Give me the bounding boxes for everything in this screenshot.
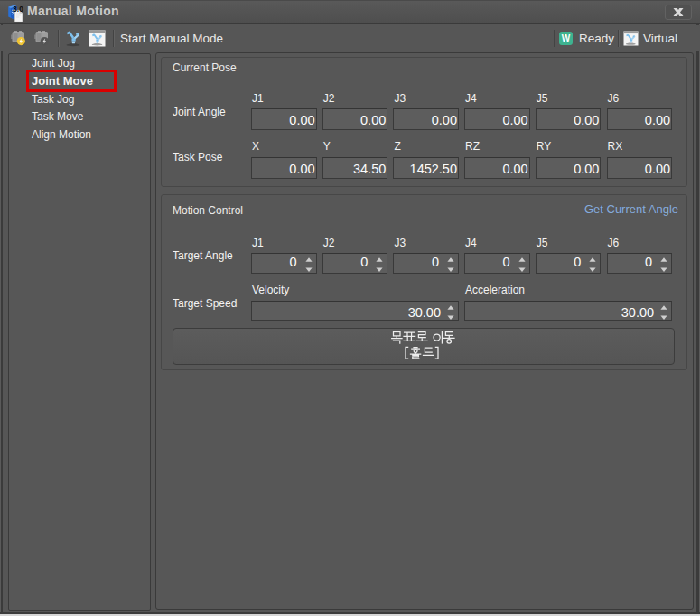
svg-text:3.0: 3.0 (13, 5, 23, 14)
svg-text:W: W (562, 33, 571, 43)
